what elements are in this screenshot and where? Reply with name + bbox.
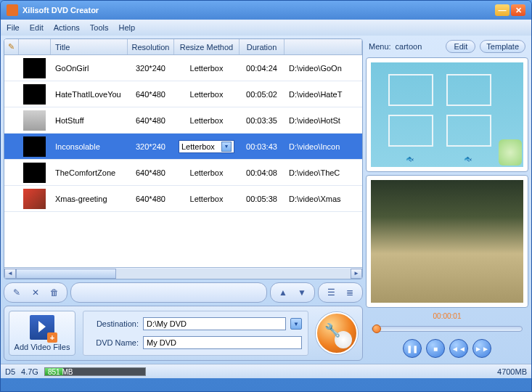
scroll-thumb[interactable] <box>16 269 116 279</box>
cell-title: HateThatILoveYou <box>51 81 128 107</box>
move-down-button[interactable]: ▼ <box>295 286 308 299</box>
cell-title: Xmas-greeting <box>51 186 128 211</box>
app-icon <box>7 4 18 16</box>
cell-title: TheComfortZone <box>51 160 128 185</box>
video-thumbnail <box>23 110 46 131</box>
view-list-button[interactable]: ☰ <box>324 286 337 299</box>
prev-button[interactable]: ◄◄ <box>449 339 468 358</box>
list-toolbar: ✎ ✕ 🗑 ▲ ▼ ☰ ≣ <box>4 282 363 303</box>
table-row[interactable]: GoOnGirl320*240Letterbox00:04:24D:\video… <box>4 55 362 81</box>
video-thumbnail <box>23 84 46 105</box>
cell-resize: Letterbox <box>174 107 240 133</box>
cell-path: D:\video\HateT <box>285 81 362 107</box>
menu-preview[interactable]: 🐟 🐟 <box>366 57 528 172</box>
video-thumbnail <box>23 58 46 78</box>
destination-label: Destination: <box>89 319 139 328</box>
cell-resolution: 640*480 <box>128 107 174 133</box>
usage-used: 851 MB <box>48 368 73 376</box>
video-thumbnail <box>23 189 46 209</box>
cartoon-character-icon <box>499 139 522 166</box>
cell-resolution: 640*480 <box>128 160 174 185</box>
cell-title: Inconsolable <box>51 134 128 159</box>
output-panel: Add Video Files Destination: D:\My DVD ▼… <box>4 306 363 361</box>
pause-button[interactable]: ❚❚ <box>403 339 422 358</box>
dvdname-input[interactable]: My DVD <box>143 336 302 349</box>
player-seekbar[interactable] <box>372 326 523 332</box>
usage-total: 4700MB <box>497 367 527 376</box>
cell-resize: Letterbox▼ <box>174 134 240 159</box>
menubar: File Edit Actions Tools Help <box>1 20 531 36</box>
cell-duration: 00:03:43 <box>240 134 285 159</box>
usage-bar: 851 MB <box>44 367 146 376</box>
edit-column-icon: ✎ <box>4 39 19 54</box>
table-row[interactable]: HateThatILoveYou640*480Letterbox00:05:02… <box>4 81 362 107</box>
menu-file[interactable]: File <box>7 23 20 32</box>
cell-resize: Letterbox <box>174 81 240 107</box>
add-video-label: Add Video Files <box>15 343 70 351</box>
add-video-icon <box>30 315 54 340</box>
cell-duration: 00:05:02 <box>240 81 285 107</box>
cell-path: D:\video\GoOn <box>285 55 362 81</box>
disc-type: D5 <box>5 367 15 376</box>
close-button[interactable]: ✕ <box>511 4 525 16</box>
table-row[interactable]: TheComfortZone640*480Letterbox00:04:08D:… <box>4 160 362 186</box>
app-title: Xilisoft DVD Creator <box>22 6 99 15</box>
dvdname-label: DVD Name: <box>89 338 139 347</box>
horizontal-scrollbar[interactable]: ◄ ► <box>4 267 362 279</box>
stop-button[interactable]: ■ <box>426 339 445 358</box>
chevron-down-icon[interactable]: ▼ <box>221 142 232 152</box>
edit-button[interactable]: ✎ <box>10 286 23 299</box>
status-bar: D5 4.7G 851 MB 4700MB <box>1 364 531 378</box>
cell-title: HotStuff <box>51 107 128 133</box>
table-header: ✎ Title Resolution Resize Method Duratio… <box>4 39 362 55</box>
table-row[interactable]: Xmas-greeting640*480Letterbox00:05:38D:\… <box>4 186 362 212</box>
menu-edit[interactable]: Edit <box>30 23 44 32</box>
menu-header: Menu: cartoon Edit Template <box>366 38 528 54</box>
cell-resolution: 320*240 <box>128 134 174 159</box>
video-thumbnail <box>23 136 46 157</box>
cell-resize: Letterbox <box>174 186 240 211</box>
cell-resize: Letterbox <box>174 55 240 81</box>
video-preview[interactable] <box>366 175 528 308</box>
menu-template-button[interactable]: Template <box>480 40 525 53</box>
cell-resize: Letterbox <box>174 160 240 185</box>
player-time: 00:00:01 <box>366 311 528 322</box>
trash-button[interactable]: 🗑 <box>48 286 61 299</box>
disc-capacity: 4.7G <box>21 367 38 376</box>
col-duration[interactable]: Duration <box>240 39 285 54</box>
minimize-button[interactable]: — <box>495 4 510 16</box>
cell-path: D:\video\HotSt <box>285 107 362 133</box>
menu-actions[interactable]: Actions <box>54 23 80 32</box>
burn-button[interactable] <box>316 312 358 354</box>
next-button[interactable]: ►► <box>472 339 491 358</box>
menu-tools[interactable]: Tools <box>90 23 109 32</box>
cell-duration: 00:04:24 <box>240 55 285 81</box>
resize-dropdown[interactable]: Letterbox▼ <box>179 140 234 153</box>
cell-duration: 00:04:08 <box>240 160 285 185</box>
delete-button[interactable]: ✕ <box>29 286 42 299</box>
col-resolution[interactable]: Resolution <box>128 39 174 54</box>
col-resize[interactable]: Resize Method <box>174 39 240 54</box>
view-detail-button[interactable]: ≣ <box>343 286 356 299</box>
cell-duration: 00:03:35 <box>240 107 285 133</box>
video-table: ✎ Title Resolution Resize Method Duratio… <box>4 38 363 279</box>
destination-select[interactable]: D:\My DVD <box>143 317 286 330</box>
cell-path: D:\video\Xmas <box>285 186 362 211</box>
cell-resolution: 640*480 <box>128 186 174 211</box>
menu-edit-button[interactable]: Edit <box>446 40 475 53</box>
player-controls: ❚❚ ■ ◄◄ ►► <box>366 336 528 361</box>
menu-name: cartoon <box>396 42 422 51</box>
scroll-left-icon[interactable]: ◄ <box>4 269 16 279</box>
table-row[interactable]: HotStuff640*480Letterbox00:03:35D:\video… <box>4 107 362 134</box>
destination-dropdown-icon[interactable]: ▼ <box>290 318 302 330</box>
seek-knob[interactable] <box>372 324 381 333</box>
cell-duration: 00:05:38 <box>240 186 285 211</box>
cell-resolution: 320*240 <box>128 55 174 81</box>
add-video-button[interactable]: Add Video Files <box>9 311 75 356</box>
table-row[interactable]: Inconsolable320*240Letterbox▼00:03:43D:\… <box>4 134 362 160</box>
cell-resolution: 640*480 <box>128 81 174 107</box>
menu-help[interactable]: Help <box>118 23 135 32</box>
move-up-button[interactable]: ▲ <box>277 286 290 299</box>
scroll-right-icon[interactable]: ► <box>351 269 362 279</box>
col-title[interactable]: Title <box>51 39 128 54</box>
